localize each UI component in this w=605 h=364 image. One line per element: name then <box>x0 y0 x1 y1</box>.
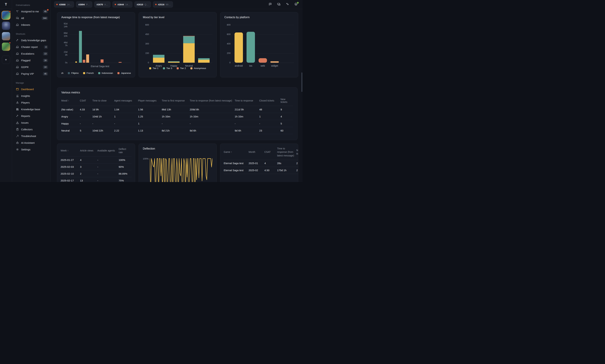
sidebar-item-knowledge-base[interactable]: Knowledge base <box>12 106 51 113</box>
table-cell: 1.56 <box>138 106 162 113</box>
new-conversation-button[interactable] <box>268 2 272 7</box>
column-header[interactable]: Time to response (from latest message) <box>277 144 296 160</box>
ticket-tab[interactable]: #2668 14… <box>54 1 74 8</box>
chart-title: Contacts by platform <box>224 16 294 19</box>
ticket-tab[interactable]: #2610 Q… <box>134 1 151 8</box>
y-tick: 46d7h <box>64 41 67 47</box>
y-tick: 450 <box>145 33 149 36</box>
sidebar-item-settings[interactable]: Settings <box>12 146 51 153</box>
unread-dot <box>56 4 58 5</box>
sidebar-item-all[interactable]: All 344 <box>12 15 51 22</box>
game-avatar-2[interactable] <box>2 22 10 30</box>
legend-item: Tier 2 <box>177 67 186 70</box>
column-header[interactable]: Week ↑ <box>61 145 80 156</box>
inbox-icon <box>16 65 19 69</box>
column-header[interactable]: Time to first response <box>162 96 190 106</box>
column-header[interactable]: Available agents <box>97 145 119 156</box>
sidebar-item-reports[interactable]: Reports <box>12 113 51 119</box>
table-cell: 8d 21h <box>162 127 190 134</box>
bar <box>79 31 82 63</box>
table-cell: - <box>97 177 119 182</box>
column-header[interactable]: Time to response (from latest message) <box>190 96 235 106</box>
table-cell: 1h 33m <box>162 113 190 120</box>
ticket-tab[interactable]: #2670 A… <box>94 1 111 8</box>
game-avatar-3[interactable] <box>2 32 10 40</box>
user-avatar-button[interactable] <box>294 2 298 7</box>
table-cell: 60 <box>281 127 293 134</box>
column-header[interactable]: CSAT <box>80 96 92 106</box>
ai-sparkles-button[interactable] <box>285 2 289 7</box>
sidebar-item-players[interactable]: Players <box>12 99 51 106</box>
x-tick-label: ios <box>246 64 255 67</box>
column-header[interactable]: Month <box>249 144 264 160</box>
sidebar-item-daily-knowledge-gaps[interactable]: Daily knowledge gaps <box>12 37 51 44</box>
add-workspace-button[interactable]: + <box>2 56 10 64</box>
table-cell: 4 <box>281 113 293 120</box>
game-avatar-4[interactable] <box>2 43 10 51</box>
table-cell: 175d 1h <box>277 167 296 174</box>
game-avatar-1[interactable] <box>2 11 10 19</box>
x-axis-label: Eternal Saga test <box>61 65 131 68</box>
ticket-number: #2516 <box>158 3 165 6</box>
sidebar-item-flagged[interactable]: Flagged 16 <box>12 57 51 64</box>
sidebar-item-assigned-to-me[interactable]: Assigned to me 45 <box>12 8 51 15</box>
column-header[interactable]: Agent messages <box>114 96 138 106</box>
legend-swatch <box>83 72 85 74</box>
stacked-bar: Happy <box>168 61 180 63</box>
ticket-tab[interactable]: #2644 14… <box>112 1 132 8</box>
column-header[interactable]: Player messages <box>138 96 162 106</box>
legend-swatch <box>190 67 193 69</box>
sidebar-item-issues[interactable]: Issues <box>12 119 51 126</box>
sidebar-item-collectors[interactable]: Collectors <box>12 126 51 133</box>
column-header[interactable]: Closed tickets <box>259 96 281 106</box>
ticket-tab[interactable]: #2516 69… <box>153 1 173 8</box>
column-header[interactable]: New tickets <box>281 96 293 106</box>
insights-chart-icon <box>16 94 19 98</box>
sidebar-item-paying-vip[interactable]: Paying VIP 45 <box>12 70 51 77</box>
table-cell: 9d 6h <box>190 127 235 134</box>
column-header[interactable]: Game ↑ <box>224 144 249 160</box>
section-header-shortcuts: Shortcuts <box>12 31 51 37</box>
sidebar-item-ai-assistant[interactable]: AI Assistant <box>12 139 51 146</box>
column-header[interactable]: Time to response <box>235 96 259 106</box>
column-header[interactable]: Mood ↑ <box>61 96 80 106</box>
table-cell: - <box>80 113 92 120</box>
sidebar-item-cheater-report[interactable]: Cheater report 4 <box>12 44 51 50</box>
sidebar-item-escalations[interactable]: Escalations 13 <box>12 50 51 57</box>
table-cell: 75% <box>119 177 131 182</box>
joystick-icon <box>16 101 19 104</box>
legend-swatch <box>163 67 165 69</box>
sidebar-item-gdpr[interactable]: GDPR 10 <box>12 64 51 70</box>
column-header[interactable]: CSAT <box>264 144 277 160</box>
stacked-bar: Neutral <box>183 36 195 63</box>
sidebar-item-label: Assigned to me <box>21 10 41 13</box>
legend-swatch <box>177 67 179 69</box>
table-cell: 104d 1h <box>92 113 114 120</box>
column-header[interactable]: Article views <box>80 145 97 156</box>
table-cell: 1.25 <box>138 113 162 120</box>
table-cell: 4 <box>80 156 97 163</box>
sidebar-item-insights[interactable]: Insights <box>12 92 51 99</box>
ticket-number: #2694 <box>78 3 85 6</box>
table-cell: 1 <box>138 120 162 127</box>
column-header[interactable]: Deflect rate <box>119 145 131 156</box>
sidebar-item-troubleshoot[interactable]: Troubleshoot <box>12 133 51 139</box>
ticket-preview: P… <box>86 3 90 6</box>
sidebar-item-inboxes[interactable]: Inboxes <box>12 22 51 28</box>
count-badge: 10 <box>43 65 48 69</box>
table-cell: 2025-02-03 <box>61 163 80 170</box>
ticket-tab[interactable]: #2694 P… <box>76 1 92 8</box>
y-tick: 0s <box>65 61 67 64</box>
stacked-bar: Angry <box>153 55 165 63</box>
workspace-logo[interactable]: T <box>0 0 12 9</box>
x-tick-label: widget <box>270 64 279 67</box>
devices-button[interactable] <box>277 2 281 7</box>
column-header[interactable]: Time to close <box>92 96 114 106</box>
sidebar-item-label: Insights <box>21 94 48 97</box>
ticket-preview: 14… <box>67 3 72 6</box>
column-header[interactable]: New tickets <box>296 144 298 160</box>
ticket-number: #2670 <box>96 3 103 6</box>
sidebar-item-dashboard[interactable]: Dashboard <box>12 86 51 92</box>
count-badge: 45 <box>43 10 48 13</box>
page-scrollbar[interactable] <box>301 72 302 92</box>
